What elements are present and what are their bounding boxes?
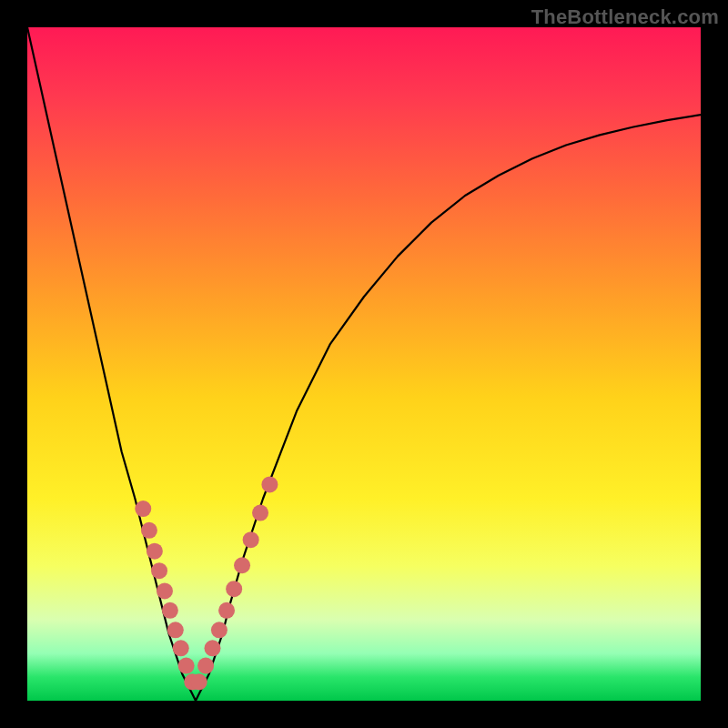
gpu-point [167, 622, 184, 638]
gpu-point [178, 658, 195, 674]
gpu-point [135, 500, 151, 517]
gpu-point [252, 505, 268, 521]
gpu-point [141, 522, 157, 539]
plot-area [27, 27, 701, 701]
gpu-point [151, 562, 167, 579]
gpu-point [191, 673, 207, 690]
gpu-point [162, 602, 178, 619]
gpu-point [218, 602, 235, 619]
gpu-point [226, 581, 242, 597]
gpu-point [211, 622, 228, 638]
gpu-point [173, 640, 189, 656]
gpu-point [147, 543, 163, 560]
chart-frame: TheBottleneck.com [0, 0, 728, 728]
chart-svg [27, 27, 701, 701]
gpu-point [243, 531, 259, 548]
gpu-point [157, 582, 173, 599]
watermark-text: TheBottleneck.com [531, 5, 719, 29]
gradient-background [27, 27, 701, 701]
gpu-point [261, 476, 278, 492]
gpu-point [205, 640, 221, 656]
gpu-point [234, 557, 250, 573]
gpu-point [197, 658, 214, 674]
